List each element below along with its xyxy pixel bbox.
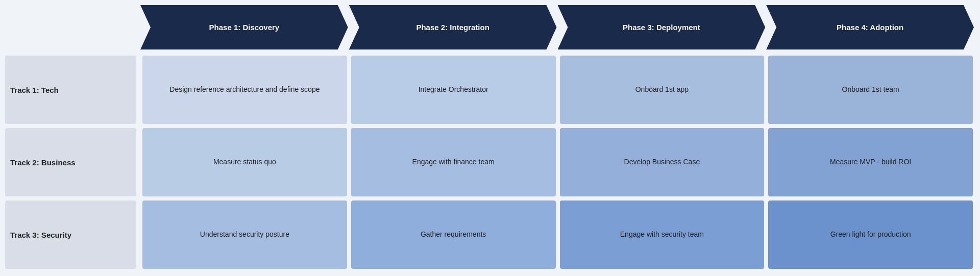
phase-2-header: Phase 2: Integration [349,5,557,49]
track-1-cell-2: Integrate Orchestrator [351,56,556,124]
phase-3-label: Phase 3: Deployment [623,23,700,32]
phase-1-header: Phase 1: Discovery [140,5,348,49]
phase-4-label: Phase 4: Adoption [837,23,903,32]
track-3-cell-1: Understand security posture [142,200,347,269]
track-2-cell-1: Measure status quo [142,128,347,196]
track-3-cell-4: Green light for production [768,200,973,269]
header-spacer [5,5,140,54]
track-3-label: Track 3: Security [5,200,136,269]
track-2-cell-4: Measure MVP - build ROI [768,128,973,196]
track-1-cell-1: Design reference architecture and define… [142,56,347,124]
phase-1-label: Phase 1: Discovery [209,23,280,32]
track-2-label: Track 2: Business [5,128,136,196]
track-3-cell-2: Gather requirements [351,200,556,269]
phase-2-label: Phase 2: Integration [416,23,489,32]
phase-3-header: Phase 3: Deployment [558,5,766,49]
phase-4-header: Phase 4: Adoption [766,5,974,49]
track-1-cell-3: Onboard 1st app [560,56,765,124]
track-2-cell-2: Engage with finance team [351,128,556,196]
track-2-cell-3: Develop Business Case [560,128,765,196]
track-1-label: Track 1: Tech [5,56,136,124]
track-3-cell-3: Engage with security team [560,200,765,269]
track-1-cell-4: Onboard 1st team [768,56,973,124]
roadmap-grid: Phase 1: Discovery Phase 2: Integration … [0,0,980,276]
